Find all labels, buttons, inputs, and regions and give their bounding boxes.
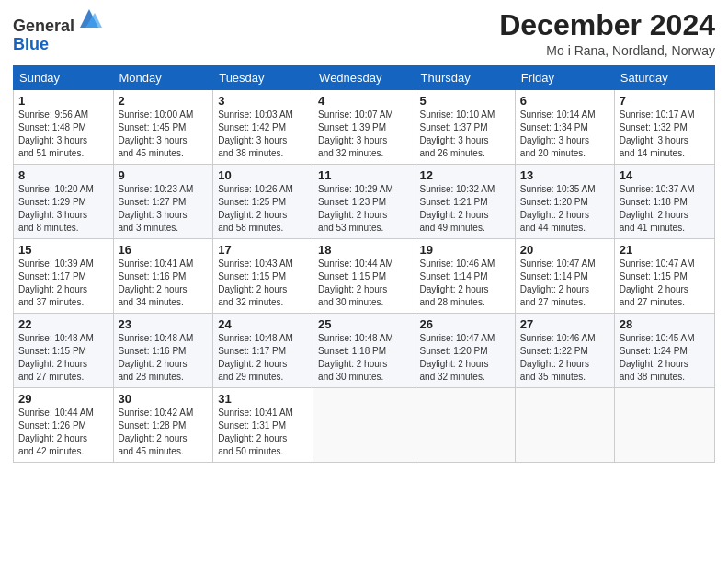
day-number: 16 (119, 243, 209, 257)
header-tuesday: Tuesday (213, 66, 313, 90)
header-wednesday: Wednesday (313, 66, 415, 90)
page-header: General Blue December 2024 Mo i Rana, No… (13, 9, 715, 58)
table-row: 31Sunrise: 10:41 AM Sunset: 1:31 PM Dayl… (213, 388, 313, 463)
day-info: Sunrise: 10:20 AM Sunset: 1:29 PM Daylig… (18, 183, 108, 235)
day-number: 1 (18, 94, 108, 108)
day-info: Sunrise: 10:48 AM Sunset: 1:15 PM Daylig… (18, 332, 108, 384)
day-number: 9 (119, 168, 209, 182)
table-row: 27Sunrise: 10:46 AM Sunset: 1:22 PM Dayl… (515, 314, 614, 388)
table-row: 20Sunrise: 10:47 AM Sunset: 1:14 PM Dayl… (515, 239, 614, 314)
day-number: 18 (318, 243, 409, 257)
day-number: 10 (218, 168, 308, 182)
day-info: Sunrise: 10:32 AM Sunset: 1:21 PM Daylig… (420, 183, 510, 235)
day-number: 11 (318, 168, 409, 182)
table-row: 18Sunrise: 10:44 AM Sunset: 1:15 PM Dayl… (313, 239, 415, 314)
day-info: Sunrise: 10:45 AM Sunset: 1:24 PM Daylig… (620, 332, 710, 384)
table-row: 9Sunrise: 10:23 AM Sunset: 1:27 PM Dayli… (113, 165, 213, 239)
table-row: 4Sunrise: 10:07 AM Sunset: 1:39 PM Dayli… (313, 90, 415, 165)
day-info: Sunrise: 10:47 AM Sunset: 1:20 PM Daylig… (420, 332, 510, 384)
day-number: 25 (318, 317, 409, 331)
table-row (313, 388, 415, 463)
table-row: 3Sunrise: 10:03 AM Sunset: 1:42 PM Dayli… (213, 90, 313, 165)
table-row: 19Sunrise: 10:46 AM Sunset: 1:14 PM Dayl… (415, 239, 515, 314)
table-row: 2Sunrise: 10:00 AM Sunset: 1:45 PM Dayli… (113, 90, 213, 165)
day-number: 2 (119, 94, 209, 108)
day-number: 15 (18, 243, 108, 257)
day-number: 13 (520, 168, 609, 182)
day-info: Sunrise: 10:47 AM Sunset: 1:14 PM Daylig… (520, 258, 609, 309)
table-row (415, 388, 515, 463)
table-row: 7Sunrise: 10:17 AM Sunset: 1:32 PM Dayli… (614, 90, 714, 165)
day-number: 24 (218, 317, 308, 331)
day-number: 26 (420, 317, 510, 331)
day-number: 23 (119, 317, 209, 331)
day-info: Sunrise: 10:29 AM Sunset: 1:23 PM Daylig… (318, 183, 409, 235)
table-row: 25Sunrise: 10:48 AM Sunset: 1:18 PM Dayl… (313, 314, 415, 388)
day-number: 5 (420, 94, 510, 108)
day-number: 17 (218, 243, 308, 257)
table-row: 13Sunrise: 10:35 AM Sunset: 1:20 PM Dayl… (515, 165, 614, 239)
table-row: 12Sunrise: 10:32 AM Sunset: 1:21 PM Dayl… (415, 165, 515, 239)
day-number: 4 (318, 94, 409, 108)
logo-general: General (13, 17, 74, 35)
logo-icon (76, 6, 102, 31)
day-info: Sunrise: 10:07 AM Sunset: 1:39 PM Daylig… (318, 109, 409, 160)
day-number: 31 (218, 392, 308, 406)
day-number: 22 (18, 317, 108, 331)
header-thursday: Thursday (415, 66, 515, 90)
day-info: Sunrise: 10:00 AM Sunset: 1:45 PM Daylig… (119, 109, 209, 160)
title-block: December 2024 Mo i Rana, Nordland, Norwa… (499, 9, 715, 58)
calendar-header-row: Sunday Monday Tuesday Wednesday Thursday… (14, 66, 715, 90)
day-number: 20 (520, 243, 609, 257)
day-info: Sunrise: 10:23 AM Sunset: 1:27 PM Daylig… (119, 183, 209, 235)
table-row (614, 388, 714, 463)
day-number: 12 (420, 168, 510, 182)
table-row: 21Sunrise: 10:47 AM Sunset: 1:15 PM Dayl… (614, 239, 714, 314)
day-info: Sunrise: 10:35 AM Sunset: 1:20 PM Daylig… (520, 183, 609, 235)
day-info: Sunrise: 10:10 AM Sunset: 1:37 PM Daylig… (420, 109, 510, 160)
table-row: 28Sunrise: 10:45 AM Sunset: 1:24 PM Dayl… (614, 314, 714, 388)
calendar-table: Sunday Monday Tuesday Wednesday Thursday… (13, 65, 715, 463)
day-info: Sunrise: 10:48 AM Sunset: 1:17 PM Daylig… (218, 332, 308, 384)
header-monday: Monday (113, 66, 213, 90)
month-title: December 2024 (499, 9, 715, 41)
day-info: Sunrise: 10:48 AM Sunset: 1:18 PM Daylig… (318, 332, 409, 384)
day-number: 14 (620, 168, 710, 182)
day-number: 3 (218, 94, 308, 108)
header-friday: Friday (515, 66, 614, 90)
table-row: 14Sunrise: 10:37 AM Sunset: 1:18 PM Dayl… (614, 165, 714, 239)
table-row: 16Sunrise: 10:41 AM Sunset: 1:16 PM Dayl… (113, 239, 213, 314)
table-row: 11Sunrise: 10:29 AM Sunset: 1:23 PM Dayl… (313, 165, 415, 239)
table-row: 6Sunrise: 10:14 AM Sunset: 1:34 PM Dayli… (515, 90, 614, 165)
day-info: Sunrise: 9:56 AM Sunset: 1:48 PM Dayligh… (18, 109, 108, 160)
logo: General Blue (13, 9, 102, 54)
day-info: Sunrise: 10:41 AM Sunset: 1:16 PM Daylig… (119, 258, 209, 309)
header-sunday: Sunday (14, 66, 114, 90)
logo-blue: Blue (13, 35, 49, 53)
day-number: 30 (119, 392, 209, 406)
day-number: 8 (18, 168, 108, 182)
day-number: 21 (620, 243, 710, 257)
table-row: 30Sunrise: 10:42 AM Sunset: 1:28 PM Dayl… (113, 388, 213, 463)
table-row: 15Sunrise: 10:39 AM Sunset: 1:17 PM Dayl… (14, 239, 114, 314)
day-info: Sunrise: 10:17 AM Sunset: 1:32 PM Daylig… (620, 109, 710, 160)
day-info: Sunrise: 10:46 AM Sunset: 1:22 PM Daylig… (520, 332, 609, 384)
day-info: Sunrise: 10:03 AM Sunset: 1:42 PM Daylig… (218, 109, 308, 160)
day-info: Sunrise: 10:44 AM Sunset: 1:26 PM Daylig… (18, 407, 108, 458)
day-info: Sunrise: 10:39 AM Sunset: 1:17 PM Daylig… (18, 258, 108, 309)
header-saturday: Saturday (614, 66, 714, 90)
table-row (515, 388, 614, 463)
day-info: Sunrise: 10:41 AM Sunset: 1:31 PM Daylig… (218, 407, 308, 458)
day-info: Sunrise: 10:48 AM Sunset: 1:16 PM Daylig… (119, 332, 209, 384)
table-row: 5Sunrise: 10:10 AM Sunset: 1:37 PM Dayli… (415, 90, 515, 165)
day-info: Sunrise: 10:44 AM Sunset: 1:15 PM Daylig… (318, 258, 409, 309)
table-row: 22Sunrise: 10:48 AM Sunset: 1:15 PM Dayl… (14, 314, 114, 388)
day-info: Sunrise: 10:43 AM Sunset: 1:15 PM Daylig… (218, 258, 308, 309)
table-row: 24Sunrise: 10:48 AM Sunset: 1:17 PM Dayl… (213, 314, 313, 388)
table-row: 26Sunrise: 10:47 AM Sunset: 1:20 PM Dayl… (415, 314, 515, 388)
location: Mo i Rana, Nordland, Norway (499, 43, 715, 58)
logo-text: General Blue (13, 9, 102, 54)
day-info: Sunrise: 10:42 AM Sunset: 1:28 PM Daylig… (119, 407, 209, 458)
day-number: 27 (520, 317, 609, 331)
day-number: 19 (420, 243, 510, 257)
